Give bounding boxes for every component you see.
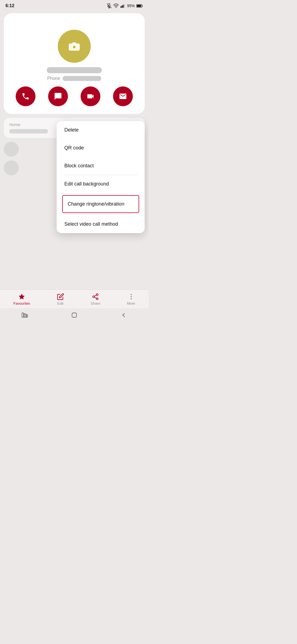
mute-icon bbox=[107, 3, 112, 8]
svg-rect-7 bbox=[124, 4, 125, 8]
avatar-wrapper bbox=[4, 13, 145, 67]
more-icon bbox=[128, 293, 135, 300]
svg-rect-23 bbox=[24, 314, 26, 317]
svg-point-14 bbox=[96, 294, 98, 296]
wifi-icon bbox=[113, 4, 119, 8]
sys-nav-home[interactable] bbox=[70, 311, 78, 319]
svg-rect-22 bbox=[22, 313, 24, 317]
svg-rect-24 bbox=[26, 315, 28, 317]
nav-label-share: Share bbox=[91, 301, 100, 305]
battery-text: 95% bbox=[127, 4, 135, 8]
nav-item-more[interactable]: More bbox=[127, 293, 135, 305]
camera-icon bbox=[68, 41, 80, 51]
share-icon bbox=[92, 293, 99, 300]
menu-item-change-ringtone[interactable]: Change ringtone/vibration bbox=[62, 195, 139, 213]
menu-item-delete[interactable]: Delete bbox=[57, 121, 145, 139]
nav-label-edit: Edit bbox=[57, 301, 63, 305]
nav-label-more: More bbox=[127, 301, 135, 305]
svg-point-21 bbox=[130, 298, 131, 299]
menu-item-qr-code[interactable]: QR code bbox=[57, 139, 145, 157]
contact-card: Phone bbox=[4, 13, 145, 114]
context-menu: Delete QR code Block contact Edit call b… bbox=[57, 121, 145, 233]
signal-icon bbox=[120, 4, 125, 8]
email-icon bbox=[119, 92, 127, 100]
svg-point-3 bbox=[116, 7, 117, 8]
action-buttons-row bbox=[4, 86, 145, 106]
star-icon bbox=[18, 293, 25, 300]
avatar[interactable] bbox=[58, 30, 91, 63]
gray-avatar-2 bbox=[4, 160, 19, 175]
message-icon bbox=[54, 92, 62, 100]
nav-item-edit[interactable]: Edit bbox=[57, 293, 64, 305]
message-button[interactable] bbox=[48, 86, 68, 106]
menu-item-edit-call-bg[interactable]: Edit call background bbox=[57, 175, 145, 193]
svg-rect-25 bbox=[72, 313, 76, 317]
menu-item-change-ringtone-wrapper: Change ringtone/vibration bbox=[57, 193, 145, 215]
phone-label: Phone bbox=[47, 76, 60, 81]
status-icons: 95% bbox=[107, 3, 143, 8]
svg-point-19 bbox=[130, 294, 131, 295]
svg-line-18 bbox=[94, 295, 96, 296]
contact-name-blurred bbox=[47, 67, 102, 73]
menu-item-select-video[interactable]: Select video call method bbox=[57, 215, 145, 233]
sys-nav-recents[interactable] bbox=[21, 311, 29, 319]
recents-icon bbox=[22, 313, 28, 318]
svg-rect-6 bbox=[123, 5, 123, 8]
video-icon bbox=[86, 92, 95, 100]
svg-point-20 bbox=[130, 296, 131, 297]
phone-icon bbox=[21, 92, 30, 100]
svg-point-16 bbox=[96, 298, 98, 300]
back-nav-icon bbox=[121, 312, 127, 318]
nav-item-share[interactable]: Share bbox=[91, 293, 100, 305]
edit-icon bbox=[57, 293, 64, 300]
video-button[interactable] bbox=[81, 86, 100, 106]
system-nav-bar bbox=[0, 308, 148, 322]
contact-phone-row: Phone bbox=[4, 76, 145, 81]
contact-phone-blurred bbox=[63, 76, 101, 81]
email-button[interactable] bbox=[113, 86, 133, 106]
svg-rect-9 bbox=[137, 5, 141, 7]
status-bar: 6:12 95% bbox=[0, 0, 148, 10]
status-time: 6:12 bbox=[6, 3, 14, 8]
menu-item-block-contact[interactable]: Block contact bbox=[57, 157, 145, 175]
gray-avatar-1 bbox=[4, 142, 19, 157]
call-button[interactable] bbox=[16, 86, 35, 106]
svg-rect-13 bbox=[72, 42, 76, 44]
home-number-blurred bbox=[9, 129, 48, 133]
svg-line-17 bbox=[94, 297, 96, 298]
home-nav-icon bbox=[71, 312, 77, 318]
sys-nav-back[interactable] bbox=[120, 311, 128, 319]
nav-item-favourites[interactable]: Favourites bbox=[13, 293, 30, 305]
battery-icon bbox=[136, 4, 143, 8]
svg-point-15 bbox=[93, 296, 95, 298]
svg-point-12 bbox=[73, 46, 76, 48]
svg-rect-4 bbox=[120, 6, 121, 8]
nav-label-favourites: Favourites bbox=[13, 301, 30, 305]
svg-rect-5 bbox=[122, 6, 122, 8]
bottom-nav: Favourites Edit Share More bbox=[0, 290, 148, 308]
